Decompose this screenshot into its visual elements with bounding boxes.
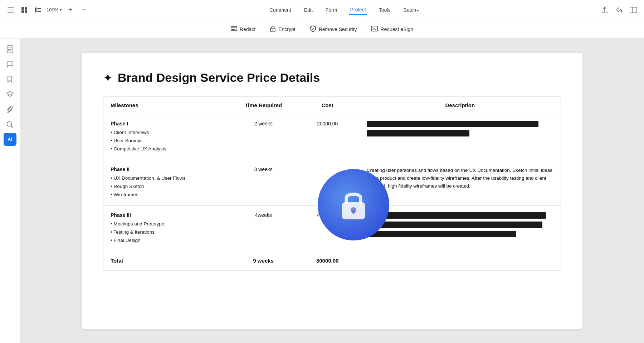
phase3-name: Phase III — [111, 212, 224, 218]
sub-toolbar: Redact Encrypt Remove Security Request e… — [0, 20, 644, 39]
phase1-items: • Client Interviews • User Surveys • Com… — [111, 129, 224, 153]
grid-view-icon[interactable] — [19, 5, 29, 15]
encrypt-label: Encrypt — [278, 26, 295, 32]
nav-form[interactable]: Form — [325, 6, 338, 14]
nav-edit[interactable]: Edit — [303, 6, 313, 14]
zoom-control[interactable]: 100% ▾ — [47, 7, 62, 13]
top-toolbar: 100% ▾ + − Comment Edit Form Protect Too… — [0, 0, 644, 20]
list-view-icon[interactable] — [33, 5, 43, 15]
doc-title-row: ✦ Brand Design Service Price Details — [103, 71, 561, 85]
phase3-items: • Mockups and Prototype • Testing & Iter… — [111, 220, 224, 245]
svg-rect-18 — [371, 26, 377, 31]
phase1-name: Phase I — [111, 121, 224, 126]
col-time: Time Required — [231, 96, 296, 114]
nav-protect[interactable]: Protect — [349, 5, 366, 15]
remove-security-icon — [310, 25, 316, 33]
toolbar-right — [600, 5, 638, 15]
encrypt-button[interactable]: Encrypt — [270, 25, 295, 33]
phase2-milestone: Phase II • UX Documentation, & User Flow… — [103, 160, 231, 205]
svg-rect-4 — [25, 7, 27, 10]
toolbar-center: Comment Edit Form Protect Tools Batch▾ — [94, 5, 594, 15]
toolbar-left: 100% ▾ + − — [6, 5, 89, 15]
share-icon[interactable] — [614, 5, 624, 15]
lock-overlay — [318, 169, 389, 240]
svg-rect-27 — [352, 210, 355, 214]
svg-rect-7 — [35, 8, 36, 13]
total-label: Total — [103, 251, 231, 270]
svg-rect-6 — [25, 10, 27, 13]
sidebar-search-icon[interactable] — [4, 118, 16, 131]
nav-comment[interactable]: Comment — [269, 6, 292, 14]
redact-label: Redact — [240, 26, 255, 32]
main-area: AI ✦ Brand Design Service Price Details … — [0, 39, 644, 343]
svg-rect-5 — [21, 10, 24, 13]
col-description: Description — [360, 96, 561, 114]
zoom-out-icon[interactable]: − — [79, 5, 89, 15]
zoom-dropdown-icon[interactable]: ▾ — [60, 8, 62, 12]
col-cost: Cost — [296, 96, 360, 114]
content-area[interactable]: ✦ Brand Design Service Price Details Mil… — [20, 39, 644, 343]
svg-rect-1 — [8, 10, 14, 10]
table-row-total: Total 9 weeks 80000.00 — [103, 251, 561, 270]
total-time: 9 weeks — [231, 251, 296, 270]
redact-bar-1 — [367, 121, 539, 127]
upload-icon[interactable] — [600, 5, 610, 15]
sidebar-ai-icon[interactable]: AI — [4, 133, 16, 146]
remove-security-label: Remove Security — [319, 26, 357, 32]
svg-rect-13 — [231, 26, 237, 31]
svg-rect-9 — [37, 10, 41, 10]
phase2-description: Creating user personas and flows based o… — [360, 160, 561, 205]
svg-rect-2 — [8, 12, 14, 13]
table-wrapper: Milestones Time Required Cost Descriptio… — [103, 96, 561, 270]
document-page: ✦ Brand Design Service Price Details Mil… — [82, 53, 582, 329]
svg-rect-11 — [630, 7, 637, 13]
redact-bar-4 — [367, 222, 542, 228]
request-esign-icon — [371, 26, 378, 33]
phase3-milestone: Phase III • Mockups and Prototype • Test… — [103, 205, 231, 251]
svg-rect-3 — [21, 7, 24, 10]
sparkle-icon: ✦ — [103, 71, 113, 85]
redact-bar-3 — [367, 212, 546, 219]
phase2-time: 3 weeks — [231, 160, 296, 205]
svg-rect-0 — [8, 8, 14, 8]
nav-batch[interactable]: Batch▾ — [402, 6, 420, 14]
sidebar-toggle-icon[interactable] — [6, 5, 16, 15]
redact-icon — [231, 25, 237, 33]
svg-rect-10 — [37, 11, 41, 12]
sidebar-attachment-icon[interactable] — [4, 103, 16, 116]
svg-point-17 — [272, 29, 273, 30]
left-sidebar: AI — [0, 39, 20, 343]
remove-security-button[interactable]: Remove Security — [310, 25, 357, 33]
sidebar-bookmark-icon[interactable] — [4, 73, 16, 86]
sidebar-comment-icon[interactable] — [4, 58, 16, 71]
zoom-level: 100% — [47, 7, 58, 13]
document-title: Brand Design Service Price Details — [118, 71, 320, 85]
lock-icon — [337, 189, 370, 221]
redact-button[interactable]: Redact — [231, 25, 255, 33]
phase1-milestone: Phase I • Client Interviews • User Surve… — [103, 114, 231, 160]
nav-tools[interactable]: Tools — [378, 6, 391, 14]
col-milestones: Milestones — [103, 96, 231, 114]
phase1-cost: 20000.00 — [296, 114, 360, 160]
total-description — [360, 251, 561, 270]
redact-bar-5 — [367, 231, 516, 237]
request-esign-button[interactable]: Request eSign — [371, 26, 413, 33]
phase1-description — [360, 114, 561, 160]
phase3-time: 4weeks — [231, 205, 296, 251]
sidebar-layers-icon[interactable] — [4, 88, 16, 101]
request-esign-label: Request eSign — [380, 26, 413, 32]
sidebar-page-icon[interactable] — [4, 43, 16, 56]
phase2-name: Phase II — [111, 166, 224, 172]
zoom-in-icon[interactable]: + — [65, 5, 75, 15]
phase3-description — [360, 205, 561, 251]
svg-rect-8 — [37, 8, 41, 9]
redact-bar-2 — [367, 130, 469, 136]
svg-line-24 — [11, 126, 13, 128]
phase1-time: 2 weeks — [231, 114, 296, 160]
encrypt-icon — [270, 25, 276, 33]
phase2-items: • UX Documentation, & User Flows • Rough… — [111, 174, 224, 199]
panel-icon[interactable] — [628, 5, 638, 15]
total-cost: 80000.00 — [296, 251, 360, 270]
table-row: Phase I • Client Interviews • User Surve… — [103, 114, 561, 160]
